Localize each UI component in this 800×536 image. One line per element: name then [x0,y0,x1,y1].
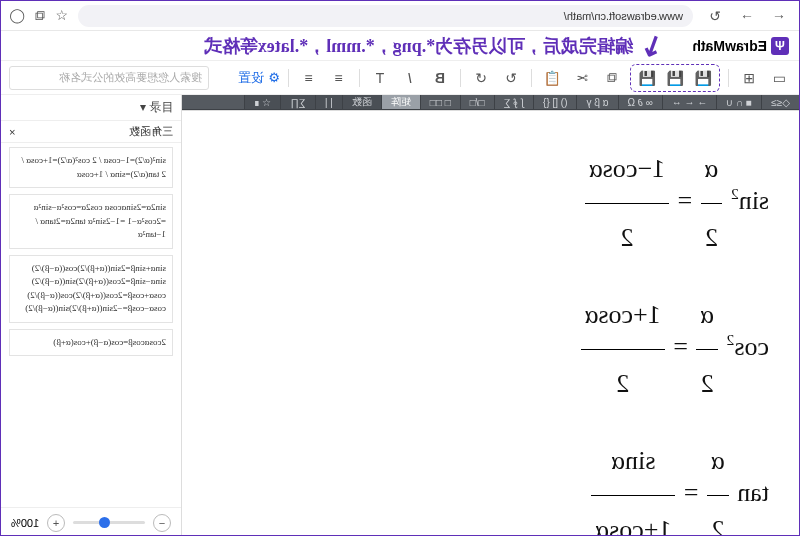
sidebar-subheader: 三角函数 × [1,121,181,143]
gear-icon: ⚙ [268,70,280,85]
redo-button[interactable]: ↻ [499,67,523,89]
formula-card-list: sin²(α/2)=1−cosα / 2 cos²(α/2)=1+cosα / … [1,143,181,507]
italic-button[interactable]: I [398,67,422,89]
zoom-slider[interactable] [73,521,145,524]
nav-fwd-icon[interactable]: → [735,5,759,27]
symbol-tab[interactable]: ☆ ∎ [244,95,281,109]
formula-card[interactable]: sinα+sinβ=2sin((α+β)/2)cos((α−β)/2) sinα… [9,255,173,323]
symbol-tab[interactable]: () [] {} [533,95,576,109]
annotation-arrow-icon: ↘ [635,26,670,66]
text-button[interactable]: T [368,67,392,89]
new-doc-button[interactable]: ⊞ [737,67,761,89]
bold-button[interactable]: B [428,67,452,89]
zoom-control: − + 100% [1,507,181,536]
formula-card[interactable]: sin2α=2sinαcosα cos2α=cos²α−sin²α =2cos²… [9,194,173,249]
open-folder-button[interactable]: ▭ [767,67,791,89]
editor-column: ◇≤≥■ ∩ ∪→ ← ↔∞ ∂ Ωα β γ() [] {}∫ ∮ ∑□/□□… [181,95,799,536]
cut-button[interactable]: ✂ [570,67,594,89]
separator [288,69,289,87]
symbol-tab[interactable]: → ← ↔ [662,95,717,109]
search-input[interactable]: 搜索人您想要高效的公式名称 [9,66,209,90]
sidebar: 目录 ▾ 三角函数 × sin²(α/2)=1−cosα / 2 cos²(α/… [1,95,181,536]
logo: Ψ EdrawMath [692,37,789,55]
settings-label: 设置 [238,69,264,87]
symbol-tab[interactable]: ◇≤≥ [761,95,799,109]
separator [728,69,729,87]
symbol-tab[interactable]: 矩阵 [381,95,420,109]
symbol-tab[interactable]: ∑∏ [280,95,314,109]
zoom-out-button[interactable]: − [153,514,171,532]
equation-3: tan α2 = sinα1+cosα [212,427,769,536]
save-as-button-2[interactable]: 💾 [663,67,687,89]
symbol-category-tabs: ◇≤≥■ ∩ ∪→ ← ↔∞ ∂ Ωα β γ() [] {}∫ ∮ ∑□/□□… [182,95,799,110]
address-bar[interactable]: www.edrawsoft.cn/math/ [78,5,693,27]
main-toolbar: ▭ ⊞ 💾 💾 💾 ⧉ ✂ 📋 ↻ ↺ B I T ≡ ≡ ⚙ 设置 搜索人您想… [1,61,799,95]
workspace: ◇≤≥■ ∩ ∪→ ← ↔∞ ∂ Ωα β γ() [] {}∫ ∮ ∑□/□□… [1,95,799,536]
top-banner: Ψ EdrawMath ↘ 编辑完成后，可以另存为*.png，*.mml，*.l… [1,31,799,61]
star-icon[interactable]: ☆ [55,7,68,24]
save-group-callout: 💾 💾 💾 [630,64,720,92]
copy-button[interactable]: ⧉ [600,67,624,89]
save-as-button-1[interactable]: 💾 [691,67,715,89]
align-center-button[interactable]: ≡ [297,67,321,89]
settings-button[interactable]: ⚙ 设置 [238,69,280,87]
annotation-text: 编辑完成后，可以另存为*.png，*.mml，*.latex等格式 [204,34,634,58]
paste-button[interactable]: 📋 [540,67,564,89]
separator [531,69,532,87]
symbol-tab[interactable]: ∞ ∂ Ω [618,95,662,109]
ext-icon[interactable]: ⧉ [35,7,45,24]
separator [460,69,461,87]
sidebar-header[interactable]: 目录 ▾ [1,95,181,121]
symbol-tab[interactable]: □ □□ [420,95,460,109]
symbol-tab[interactable]: ∫ ∮ ∑ [494,95,533,109]
undo-button[interactable]: ↺ [469,67,493,89]
zoom-percent: 100% [11,517,39,529]
equation-1: sin2 α2 = 1−cosα2 [212,135,769,271]
nav-reload-icon[interactable]: ↻ [703,5,727,27]
browser-chrome: ← → ↻ www.edrawsoft.cn/math/ ☆ ⧉ ◯ [1,1,799,31]
save-as-button-3[interactable]: 💾 [635,67,659,89]
symbol-tab[interactable]: | | [315,95,342,109]
symbol-tab[interactable]: □/□ [460,95,494,109]
symbol-tab[interactable]: α β γ [576,95,617,109]
symbol-tab[interactable]: ■ ∩ ∪ [716,95,761,109]
formula-card[interactable]: sin²(α/2)=1−cosα / 2 cos²(α/2)=1+cosα / … [9,147,173,188]
align-left-button[interactable]: ≡ [327,67,351,89]
symbol-tab[interactable]: 函数 [342,95,381,109]
formula-canvas[interactable]: sin2 α2 = 1−cosα2 cos2 α2 = 1+cosα2 tan … [182,111,799,536]
url-text: www.edrawsoft.cn/math/ [88,10,683,22]
equation-2: cos2 α2 = 1+cosα2 [212,281,769,417]
sidebar-header-label: 目录 ▾ [140,99,173,116]
zoom-in-button[interactable]: + [47,514,65,532]
separator [359,69,360,87]
logo-text: EdrawMath [692,38,767,54]
nav-back-icon[interactable]: ← [767,5,791,27]
close-icon[interactable]: × [9,126,15,138]
formula-card[interactable]: 2cosαcosβ=cos(α−β)+cos(α+β) [9,329,173,357]
logo-icon: Ψ [771,37,789,55]
user-icon[interactable]: ◯ [9,7,25,24]
sidebar-subheader-label: 三角函数 [129,124,173,139]
